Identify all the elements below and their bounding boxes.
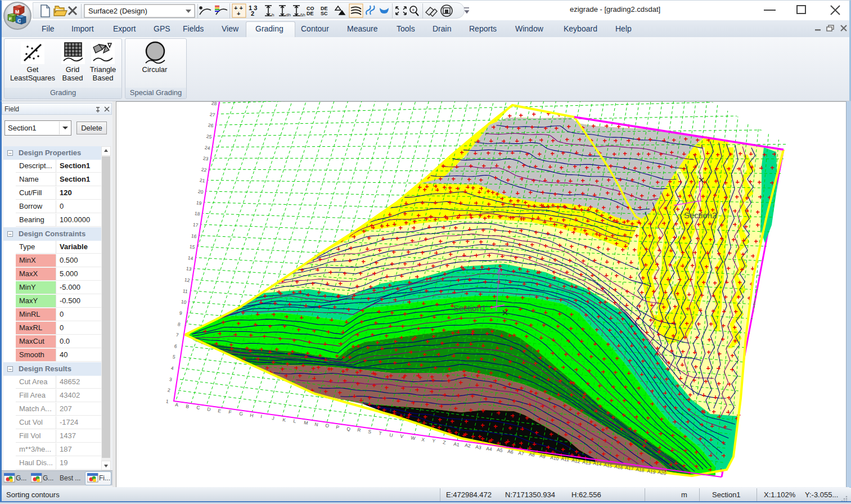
svg-text:SC: SC <box>321 11 328 16</box>
svg-text:12: 12 <box>184 277 190 283</box>
svg-text:11: 11 <box>182 288 188 294</box>
svg-text:F: F <box>9 16 12 21</box>
svg-text:Δh: Δh <box>300 12 305 17</box>
svg-text:Surface2 (Design): Surface2 (Design) <box>88 7 147 15</box>
svg-text:24: 24 <box>204 145 210 151</box>
svg-text:A9: A9 <box>539 453 546 460</box>
svg-text:15: 15 <box>189 244 195 250</box>
svg-text:28: 28 <box>211 101 217 106</box>
svg-text:Section1: Section1 <box>453 303 486 313</box>
svg-text:10: 10 <box>181 299 187 305</box>
svg-text:A6: A6 <box>507 448 514 455</box>
svg-text:A1: A1 <box>453 441 460 448</box>
svg-text:26: 26 <box>208 122 214 128</box>
svg-text:25: 25 <box>206 133 212 140</box>
svg-text:A4: A4 <box>486 446 493 452</box>
svg-text:A8: A8 <box>529 451 535 458</box>
svg-text:27: 27 <box>209 111 215 118</box>
svg-text:23: 23 <box>202 155 209 161</box>
svg-text:18: 18 <box>194 210 200 217</box>
svg-text:M: M <box>15 9 20 15</box>
svg-text:20: 20 <box>197 188 204 195</box>
svg-text:2: 2 <box>251 10 254 17</box>
svg-text:Section2: Section2 <box>684 210 717 220</box>
svg-text:C: C <box>17 18 21 24</box>
svg-text:22: 22 <box>201 166 207 173</box>
svg-text:16: 16 <box>191 233 197 239</box>
svg-text:21: 21 <box>199 177 205 183</box>
svg-text:dh: dh <box>286 12 291 17</box>
svg-text:19: 19 <box>196 200 202 206</box>
svg-text:A2: A2 <box>465 442 471 449</box>
svg-text:A3: A3 <box>475 444 482 451</box>
svg-text:14: 14 <box>187 255 193 261</box>
svg-text:17: 17 <box>192 222 199 228</box>
svg-text:h: h <box>272 12 274 17</box>
svg-text:A5: A5 <box>497 447 503 453</box>
svg-text:W: W <box>411 435 416 441</box>
svg-text:+: + <box>412 7 415 13</box>
svg-text:13: 13 <box>186 266 192 272</box>
svg-text:A7: A7 <box>518 450 525 457</box>
svg-text:DE: DE <box>307 11 314 16</box>
svg-text:+: + <box>237 10 240 17</box>
